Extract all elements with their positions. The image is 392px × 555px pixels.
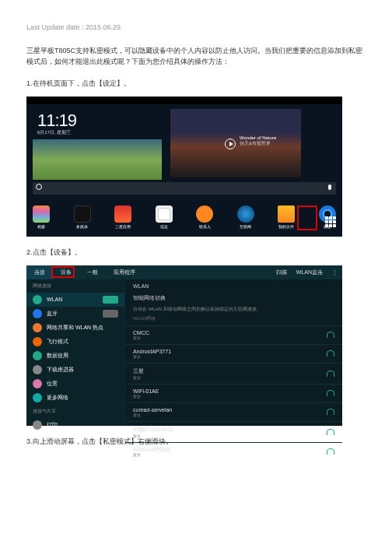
intro-text: 三星平板T805C支持私密模式，可以隐藏设备中的个人内容以防止他人访问。当我们把… (26, 45, 366, 68)
dock-gallery[interactable]: 相册 (33, 205, 50, 229)
tab-general[interactable]: 一般 (79, 265, 106, 279)
weather-panel[interactable] (33, 139, 162, 180)
wifi-signal-icon (327, 409, 334, 415)
dock: 相册 多媒体 三星应用 信息 联系人 互联网 我的文件 设定 (33, 205, 336, 229)
sidebar-location[interactable]: 位置 (26, 377, 124, 391)
sidebar-more[interactable]: 更多网络 (26, 391, 124, 405)
highlight-settings (297, 205, 317, 230)
download-icon (33, 365, 42, 374)
more-icon[interactable]: ⋮ (332, 269, 338, 276)
tab-apps[interactable]: 应用程序 (106, 265, 143, 279)
last-update-date: Last Update date : 2015.06.29 (26, 23, 366, 31)
smart-switch-sub: 自动在 WLAN 和移动网络之间切换以保持稳定的互联网连接。 (125, 306, 342, 315)
dock-msg[interactable]: 信息 (156, 205, 173, 229)
more-net-icon (33, 393, 42, 402)
wifi-signal-icon (327, 390, 334, 396)
data-icon (33, 351, 42, 360)
dock-contacts[interactable]: 联系人 (196, 205, 213, 229)
step-2-text: 2.点击【设备】。 (26, 248, 366, 258)
scan-button[interactable]: 扫描 (276, 269, 287, 276)
wifi-signal-icon (327, 332, 334, 338)
network-row[interactable]: conrad-servelan安全 (125, 402, 342, 421)
media-icon (74, 205, 91, 223)
tab-connections[interactable]: 连接 (26, 265, 53, 279)
store-icon (114, 205, 131, 223)
sidebar-wlan[interactable]: WLAN (26, 293, 124, 307)
wlan-direct-button[interactable]: WLAN直连 (296, 269, 323, 276)
status-bar (26, 97, 342, 104)
dock-files[interactable]: 我的文件 (278, 205, 295, 229)
hotspot-icon (33, 323, 42, 332)
networks-header: WLAN网络 (125, 315, 342, 325)
sidebar-data[interactable]: 数据使用 (26, 349, 124, 363)
video-panel[interactable] (170, 109, 301, 177)
sidebar-airplane[interactable]: 飞行模式 (26, 335, 124, 349)
airplane-icon (33, 337, 42, 346)
contacts-icon (196, 205, 213, 223)
search-icon (36, 184, 42, 190)
sidebar-bluetooth[interactable]: 蓝牙 (26, 307, 124, 321)
dock-store[interactable]: 三星应用 (114, 205, 131, 229)
homescreen-screenshot: 11:19 6月17日, 星期三 Wonder of Nature 信天&奇观世… (26, 97, 342, 237)
wifi-signal-icon (327, 371, 334, 377)
wlan-toggle[interactable] (103, 296, 118, 304)
network-row[interactable]: WiFi-01AE安全 (125, 384, 342, 402)
network-row[interactable]: CMCC安全 (125, 325, 342, 344)
step-1-text: 1.在待机页面下，点击【设定】。 (26, 79, 366, 89)
wifi-signal-icon (327, 350, 334, 357)
settings-main: WLAN 智能网络切换 自动在 WLAN 和移动网络之间切换以保持稳定的互联网连… (124, 279, 342, 426)
wifi-signal-icon (327, 429, 334, 435)
location-icon (33, 379, 42, 388)
sidebar-print[interactable]: 打印 (26, 418, 124, 432)
clock-date: 6月17日, 星期三 (37, 129, 71, 136)
wlan-title: WLAN (125, 279, 342, 293)
mic-icon[interactable] (328, 184, 331, 190)
files-icon (278, 205, 295, 223)
sidebar-hotspot[interactable]: 网络共享和 WLAN 热点 (26, 321, 124, 335)
settings-screenshot: 连接 设备 一般 应用程序 扫描 WLAN直连 ⋮ 网络连接 WLAN 蓝牙 网… (26, 265, 342, 426)
settings-sidebar: 网络连接 WLAN 蓝牙 网络共享和 WLAN 热点 飞行模式 数据使用 下载推… (26, 279, 124, 426)
highlight-device-tab (51, 266, 75, 278)
sidebar-section-header-2: 连接与共享 (26, 405, 124, 418)
gallery-icon (33, 205, 50, 223)
wifi-signal-icon (327, 448, 334, 455)
wlan-icon (33, 295, 42, 304)
video-title: Wonder of Nature 信天&奇观世界 (240, 135, 276, 146)
sidebar-download[interactable]: 下载推进器 (26, 363, 124, 377)
network-row[interactable]: 明德的 iphone16安全 (125, 421, 342, 442)
apps-drawer-icon[interactable] (325, 216, 336, 227)
dock-browser[interactable]: 互联网 (237, 205, 254, 229)
bluetooth-toggle[interactable] (103, 310, 118, 318)
clock-time: 11:19 (37, 111, 76, 131)
network-row[interactable]: AndroidAP3771安全 (125, 344, 342, 363)
settings-tabs: 连接 设备 一般 应用程序 扫描 WLAN直连 ⋮ (26, 265, 342, 279)
bluetooth-icon (33, 309, 42, 318)
network-row[interactable]: 三星安全 (125, 363, 342, 384)
search-bar[interactable] (33, 182, 336, 195)
print-icon (33, 420, 42, 430)
network-row[interactable]: AndroidAP902F安全 (125, 442, 342, 461)
browser-icon (237, 205, 254, 223)
sidebar-section-header: 网络连接 (26, 279, 124, 293)
dock-media[interactable]: 多媒体 (74, 205, 91, 229)
smart-switch-title[interactable]: 智能网络切换 (125, 293, 342, 306)
message-icon (156, 205, 173, 223)
play-icon[interactable] (225, 139, 236, 149)
